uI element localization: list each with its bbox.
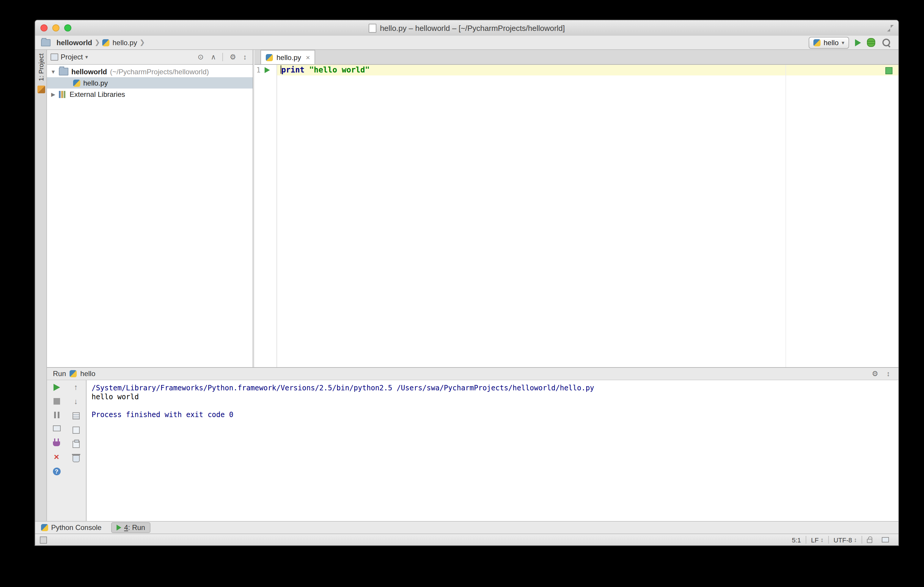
lock-icon: [867, 539, 872, 543]
scroll-to-end-button[interactable]: [72, 427, 79, 434]
run-toolbar-column-2: ↑ ↓: [66, 380, 86, 521]
hide-panel-icon[interactable]: ↕: [241, 53, 249, 61]
chevron-right-icon: ❯: [139, 39, 145, 46]
tree-row-external-libraries[interactable]: ▶ External Libraries: [47, 89, 253, 100]
python-icon: [41, 524, 48, 531]
run-line-icon[interactable]: [265, 67, 270, 73]
down-stack-trace-button[interactable]: ↓: [74, 398, 78, 405]
editor-gutter: 1: [254, 65, 277, 367]
left-tool-stripe: 1: Project: [35, 50, 47, 521]
project-tree: ▼ helloworld (~/PycharmProjects/hellowor…: [47, 65, 253, 100]
tree-collapse-arrow-icon[interactable]: ▶: [51, 91, 56, 97]
toggle-tool-buttons-icon[interactable]: [40, 536, 47, 543]
run-button[interactable]: [855, 39, 861, 46]
resize-grip-icon[interactable]: [887, 25, 894, 31]
collapse-all-icon[interactable]: ∧: [208, 53, 218, 61]
editor-area: hello.py × 1 print "hello world": [254, 50, 898, 367]
settings-gear-icon[interactable]: ⚙: [227, 53, 238, 61]
project-panel: Project ▾ ⊙ ∧ ⚙ ↕ ▼ helloworld (~/Pychar…: [47, 50, 253, 367]
run-panel-title: Run: [53, 370, 66, 378]
search-everywhere-icon[interactable]: [883, 39, 890, 46]
editor-tab-label: hello.py: [277, 53, 301, 61]
tree-file-label: hello.py: [83, 79, 108, 87]
help-button[interactable]: ?: [53, 468, 60, 475]
run-panel-header: Run hello ⚙ ↕: [47, 367, 898, 380]
line-separator-widget[interactable]: LF ↕: [806, 536, 828, 543]
run-tab-mnemonic: 4: [124, 523, 128, 532]
minimize-window-button[interactable]: [52, 25, 59, 31]
run-configuration-select[interactable]: hello ▾: [808, 36, 849, 48]
restore-layout-button[interactable]: [53, 426, 60, 431]
caret-position-widget[interactable]: 5:1: [787, 536, 806, 543]
project-panel-header: Project ▾ ⊙ ∧ ⚙ ↕: [47, 50, 253, 65]
soft-wrap-button[interactable]: [72, 412, 79, 419]
project-root-path: (~/PycharmProjects/helloworld): [110, 67, 209, 76]
tree-expand-arrow-icon[interactable]: ▼: [51, 69, 56, 74]
up-stack-trace-button[interactable]: ↑: [74, 384, 78, 391]
console-line: hello world: [92, 393, 894, 402]
rerun-button[interactable]: [53, 384, 60, 391]
run-tab-suffix: : Run: [128, 523, 145, 532]
screen-reader-widget[interactable]: [877, 537, 894, 543]
settings-gear-icon[interactable]: ⚙: [869, 370, 881, 378]
pycharm-window: hello.py – helloworld – [~/PycharmProjec…: [35, 20, 899, 546]
run-tab-label: 4: Run: [124, 523, 145, 532]
zoom-window-button[interactable]: [64, 25, 71, 31]
run-panel-config-label: hello: [80, 370, 96, 378]
run-console-output[interactable]: /System/Library/Frameworks/Python.framew…: [86, 380, 898, 521]
pause-output-button[interactable]: [54, 412, 59, 418]
python-icon: [69, 370, 77, 377]
window-title-wrap: hello.py – helloworld – [~/PycharmProjec…: [369, 23, 565, 32]
libraries-icon: [59, 90, 67, 98]
chevron-down-icon[interactable]: ▾: [85, 54, 88, 60]
folder-icon: [41, 39, 51, 46]
folder-icon: [59, 68, 68, 76]
breadcrumb-file[interactable]: hello.py: [102, 38, 137, 47]
python-file-icon: [73, 79, 80, 86]
clear-console-button[interactable]: [72, 455, 79, 462]
chevron-updown-icon: ↕: [854, 536, 857, 543]
python-console-label: Python Console: [51, 523, 101, 532]
current-line-highlight: [277, 65, 898, 76]
tree-row-project-root[interactable]: ▼ helloworld (~/PycharmProjects/hellowor…: [47, 66, 253, 77]
encoding-widget[interactable]: UTF-8 ↕: [829, 536, 861, 543]
external-libraries-label: External Libraries: [69, 90, 125, 98]
hide-panel-icon[interactable]: ↕: [884, 370, 893, 378]
code-line-1[interactable]: print "hello world": [280, 65, 370, 76]
document-icon: [369, 23, 376, 32]
editor-body[interactable]: 1 print "hello world": [254, 65, 898, 367]
debug-button[interactable]: [867, 38, 875, 47]
project-tool-window-icon: [37, 86, 45, 94]
toolbar-separator: [223, 53, 223, 61]
close-window-button[interactable]: [40, 25, 48, 31]
close-tab-icon[interactable]: ×: [306, 53, 310, 61]
console-line: [92, 402, 894, 411]
project-tool-window-tab[interactable]: 1: Project: [35, 53, 47, 94]
breadcrumb-project-label: helloworld: [56, 38, 92, 47]
stop-button[interactable]: [53, 398, 60, 404]
status-bar-widgets: 5:1 LF ↕ UTF-8 ↕: [787, 536, 894, 544]
editor-tab-bar: hello.py ×: [254, 50, 898, 65]
attach-console-button[interactable]: [53, 441, 60, 446]
python-console-tab[interactable]: Python Console: [41, 523, 101, 532]
locate-file-icon[interactable]: ⊙: [195, 53, 206, 61]
run-tab-selected[interactable]: 4: Run: [111, 522, 150, 533]
inspection-status-icon[interactable]: [885, 67, 893, 74]
close-panel-button[interactable]: ×: [54, 453, 59, 460]
chevron-right-icon: ❯: [94, 39, 100, 46]
run-icon: [116, 525, 121, 531]
breadcrumb-file-label: hello.py: [112, 38, 137, 47]
console-line: /System/Library/Frameworks/Python.framew…: [92, 384, 894, 393]
tree-row-hello-py[interactable]: hello.py: [47, 77, 253, 89]
project-view-select[interactable]: Project: [61, 53, 83, 61]
print-console-button[interactable]: [72, 441, 79, 448]
readonly-lock-widget[interactable]: [862, 536, 877, 543]
editor-tab-hello-py[interactable]: hello.py ×: [261, 50, 315, 64]
title-bar[interactable]: hello.py – helloworld – [~/PycharmProjec…: [35, 20, 898, 36]
traffic-lights: [40, 25, 71, 31]
monitor-icon: [882, 537, 889, 543]
navigation-bar: helloworld ❯ hello.py ❯ hello ▾: [35, 36, 898, 50]
caret-position-value: 5:1: [792, 536, 801, 543]
python-file-icon: [266, 54, 273, 61]
breadcrumb-project[interactable]: helloworld: [41, 38, 92, 47]
